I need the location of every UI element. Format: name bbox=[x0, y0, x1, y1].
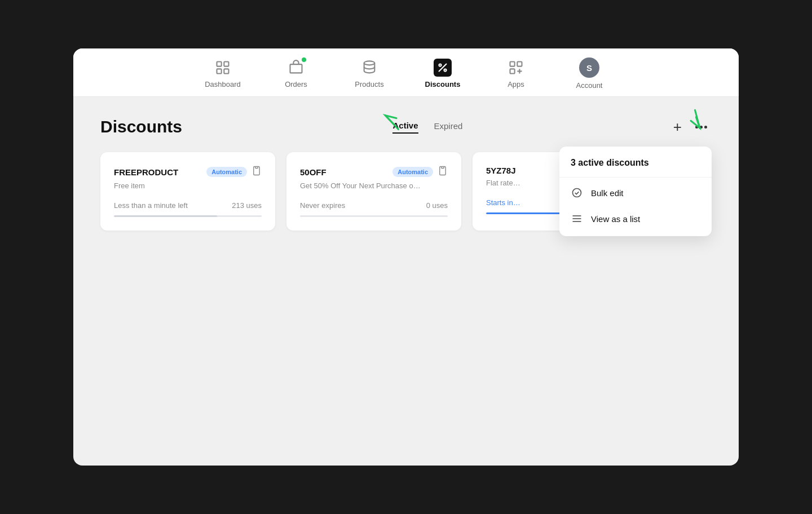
card-badge-1: Automatic bbox=[206, 167, 247, 177]
orders-notification-dot bbox=[302, 57, 306, 62]
card-code-1: FREEPRODUCT bbox=[114, 167, 178, 177]
tab-expired[interactable]: Expired bbox=[434, 121, 463, 133]
orders-icon bbox=[287, 59, 305, 77]
card-uses-2: 0 uses bbox=[426, 201, 448, 210]
card-starts-3: Starts in… bbox=[486, 198, 520, 207]
header-actions: + bbox=[673, 119, 712, 134]
card-header-1: FREEPRODUCT Automatic bbox=[114, 166, 262, 178]
svg-point-14 bbox=[573, 189, 581, 197]
page-title: Discounts bbox=[100, 117, 182, 136]
svg-rect-12 bbox=[255, 167, 258, 169]
dropdown-item-view-list[interactable]: View as a list bbox=[559, 206, 712, 232]
dropdown-item-bulk-edit[interactable]: Bulk edit bbox=[559, 180, 712, 206]
svg-rect-7 bbox=[510, 62, 515, 67]
apps-icon bbox=[507, 59, 525, 77]
main-content: Discounts Active Expired + FREEPRODUCT bbox=[73, 97, 739, 251]
sidebar-item-discounts[interactable]: Discounts bbox=[423, 59, 462, 88]
nav-label-account: Account bbox=[576, 81, 603, 90]
clipboard-icon-1 bbox=[251, 166, 262, 178]
sidebar-item-account[interactable]: S Account bbox=[570, 57, 609, 90]
sidebar-item-apps[interactable]: Apps bbox=[496, 59, 536, 88]
list-icon bbox=[571, 212, 583, 225]
dropdown-title: 3 active discounts bbox=[559, 158, 712, 178]
tabs-area: Active Expired bbox=[392, 121, 462, 134]
dashboard-icon bbox=[214, 59, 232, 77]
nav-label-products: Products bbox=[355, 80, 383, 88]
clipboard-icon-2 bbox=[438, 166, 448, 178]
card-uses-1: 213 uses bbox=[232, 201, 262, 210]
discount-card-50off[interactable]: 50OFF Automatic Get 50% Off Your Next Pu… bbox=[286, 152, 461, 231]
cards-row: FREEPRODUCT Automatic Free item Less tha bbox=[100, 152, 712, 231]
svg-rect-1 bbox=[224, 62, 228, 67]
card-header-2: 50OFF Automatic bbox=[300, 166, 448, 178]
card-progress-bar-1 bbox=[114, 215, 217, 217]
card-expires-1: Less than a minute left bbox=[114, 201, 188, 210]
discounts-header: Discounts Active Expired + bbox=[100, 117, 712, 136]
account-avatar: S bbox=[579, 57, 599, 78]
sidebar-item-orders[interactable]: Orders bbox=[276, 59, 316, 88]
nav-label-apps: Apps bbox=[508, 80, 524, 88]
card-progress-1 bbox=[114, 215, 262, 217]
dot-menu-icon bbox=[695, 126, 707, 128]
card-desc-1: Free item bbox=[114, 181, 262, 190]
card-badge-2: Automatic bbox=[392, 167, 433, 177]
nav-label-orders: Orders bbox=[285, 80, 307, 88]
card-footer-2: Never expires 0 uses bbox=[300, 201, 448, 210]
card-expires-2: Never expires bbox=[300, 201, 345, 210]
discounts-icon bbox=[434, 59, 452, 77]
svg-rect-2 bbox=[217, 69, 222, 73]
sidebar-item-dashboard[interactable]: Dashboard bbox=[203, 59, 242, 88]
nav-label-discounts: Discounts bbox=[425, 80, 461, 88]
products-icon bbox=[360, 59, 378, 77]
sidebar-item-products[interactable]: Products bbox=[350, 59, 389, 88]
card-code-2: 50OFF bbox=[300, 167, 326, 177]
svg-rect-9 bbox=[510, 69, 515, 73]
more-options-button[interactable] bbox=[691, 123, 712, 131]
svg-point-5 bbox=[439, 64, 442, 67]
add-discount-button[interactable]: + bbox=[673, 119, 682, 134]
svg-point-4 bbox=[364, 61, 375, 65]
discount-card-freeproduct[interactable]: FREEPRODUCT Automatic Free item Less tha bbox=[100, 152, 275, 231]
tab-active[interactable]: Active bbox=[392, 121, 418, 134]
card-footer-1: Less than a minute left 213 uses bbox=[114, 201, 262, 210]
svg-rect-8 bbox=[517, 62, 522, 67]
svg-rect-0 bbox=[217, 62, 222, 67]
nav-label-dashboard: Dashboard bbox=[205, 80, 241, 88]
dropdown-popup: 3 active discounts Bulk edit bbox=[559, 147, 712, 236]
top-nav: Dashboard Orders Products bbox=[73, 48, 739, 97]
view-list-label: View as a list bbox=[591, 214, 640, 224]
check-circle-icon bbox=[571, 187, 583, 199]
card-desc-2: Get 50% Off Your Next Purchase o… bbox=[300, 181, 448, 190]
svg-point-6 bbox=[444, 69, 447, 72]
app-window: Dashboard Orders Products bbox=[73, 48, 739, 466]
card-code-3: 5YZ78J bbox=[486, 166, 516, 175]
bulk-edit-label: Bulk edit bbox=[591, 188, 624, 198]
svg-rect-13 bbox=[442, 167, 444, 169]
svg-rect-3 bbox=[224, 69, 228, 73]
card-progress-2 bbox=[300, 215, 448, 217]
